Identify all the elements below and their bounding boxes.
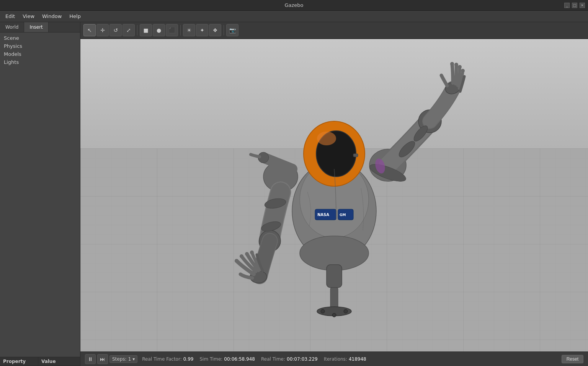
svg-rect-13 bbox=[353, 154, 358, 157]
property-col-header: Property bbox=[0, 357, 38, 366]
viewport-panel: ↖✛↺⤢■●⬛☀✦❖📷 bbox=[80, 22, 588, 366]
svg-rect-34 bbox=[327, 265, 342, 288]
tab-bar: WorldInsert bbox=[0, 22, 80, 33]
iterations-label: Iterations: bbox=[324, 356, 347, 362]
property-header: Property Value bbox=[0, 357, 80, 366]
svg-point-20 bbox=[240, 254, 243, 258]
menu-item-view[interactable]: View bbox=[19, 12, 38, 21]
svg-point-28 bbox=[450, 62, 454, 66]
toolbar-btn-point-light[interactable]: ✦ bbox=[196, 24, 208, 36]
main-layout: WorldInsert ScenePhysicsModelsLights Pro… bbox=[0, 22, 588, 366]
toolbar-separator bbox=[137, 25, 137, 36]
menu-item-window[interactable]: Window bbox=[38, 12, 65, 21]
tree-item-physics[interactable]: Physics bbox=[0, 42, 80, 50]
real-time-label: Real Time: bbox=[261, 356, 285, 362]
reset-button[interactable]: Reset bbox=[562, 355, 583, 363]
left-panel: WorldInsert ScenePhysicsModelsLights Pro… bbox=[0, 22, 80, 366]
real-time-value: 00:07:03.229 bbox=[287, 356, 318, 362]
toolbar-separator bbox=[224, 25, 224, 36]
svg-point-37 bbox=[321, 309, 325, 313]
toolbar: ↖✛↺⤢■●⬛☀✦❖📷 bbox=[80, 22, 588, 39]
sim-time-value: 00:06:58.948 bbox=[224, 356, 255, 362]
minimize-button[interactable]: _ bbox=[564, 3, 570, 8]
svg-point-21 bbox=[245, 252, 249, 256]
svg-point-31 bbox=[461, 69, 465, 73]
svg-point-19 bbox=[235, 259, 238, 263]
window-controls: _ □ ✕ bbox=[564, 3, 585, 8]
toolbar-separator bbox=[180, 25, 181, 36]
toolbar-btn-rotate[interactable]: ↺ bbox=[109, 24, 122, 36]
toolbar-btn-screenshot[interactable]: 📷 bbox=[226, 24, 238, 36]
svg-point-38 bbox=[344, 309, 348, 313]
toolbar-btn-select[interactable]: ↖ bbox=[83, 24, 96, 36]
toolbar-btn-sun[interactable]: ☀ bbox=[183, 24, 195, 36]
iterations-value: 418948 bbox=[349, 356, 366, 362]
svg-point-30 bbox=[458, 65, 462, 69]
steps-dropdown-icon[interactable]: ▾ bbox=[132, 356, 135, 362]
step-forward-button[interactable]: ⏭ bbox=[97, 354, 108, 364]
menu-bar: EditViewWindowHelp bbox=[0, 11, 588, 22]
window-title: Gazebo bbox=[284, 2, 303, 8]
svg-text:GM: GM bbox=[340, 213, 346, 217]
svg-point-29 bbox=[454, 63, 458, 67]
toolbar-btn-sphere[interactable]: ● bbox=[153, 24, 165, 36]
3d-viewport[interactable]: NASA GM bbox=[80, 39, 588, 351]
sim-time-label: Sim Time: bbox=[199, 356, 222, 362]
tree-item-lights[interactable]: Lights bbox=[0, 58, 80, 66]
real-time-factor-value: 0.99 bbox=[183, 356, 194, 362]
toolbar-btn-box[interactable]: ■ bbox=[140, 24, 152, 36]
steps-control[interactable]: Steps: 1 ▾ bbox=[109, 355, 137, 363]
value-col-header: Value bbox=[38, 357, 59, 366]
maximize-button[interactable]: □ bbox=[572, 3, 577, 8]
tree-panel: ScenePhysicsModelsLights bbox=[0, 33, 80, 357]
close-button[interactable]: ✕ bbox=[580, 3, 585, 8]
toolbar-btn-translate[interactable]: ✛ bbox=[96, 24, 109, 36]
steps-label: Steps: bbox=[112, 356, 127, 362]
toolbar-btn-cylinder[interactable]: ⬛ bbox=[166, 24, 178, 36]
svg-point-39 bbox=[332, 313, 336, 317]
robot-model: NASA GM bbox=[200, 58, 468, 307]
svg-point-12 bbox=[317, 132, 336, 145]
title-bar: Gazebo _ □ ✕ bbox=[0, 0, 588, 11]
tab-world[interactable]: World bbox=[0, 22, 24, 32]
menu-item-edit[interactable]: Edit bbox=[2, 12, 19, 21]
tree-item-scene[interactable]: Scene bbox=[0, 34, 80, 42]
status-bar: ⏸ ⏭ Steps: 1 ▾ Real Time Factor: 0.99 Si… bbox=[80, 351, 588, 366]
pause-button[interactable]: ⏸ bbox=[85, 354, 96, 364]
toolbar-btn-scale[interactable]: ⤢ bbox=[122, 24, 135, 36]
real-time-factor-label: Real Time Factor: bbox=[142, 356, 181, 362]
steps-value: 1 bbox=[128, 356, 131, 362]
toolbar-btn-spot-light[interactable]: ❖ bbox=[209, 24, 221, 36]
menu-item-help[interactable]: Help bbox=[65, 12, 85, 21]
property-table: Property Value bbox=[0, 357, 80, 366]
tree-item-models[interactable]: Models bbox=[0, 50, 80, 58]
tab-insert[interactable]: Insert bbox=[24, 22, 48, 32]
svg-text:NASA: NASA bbox=[317, 213, 329, 217]
svg-point-22 bbox=[250, 251, 254, 254]
